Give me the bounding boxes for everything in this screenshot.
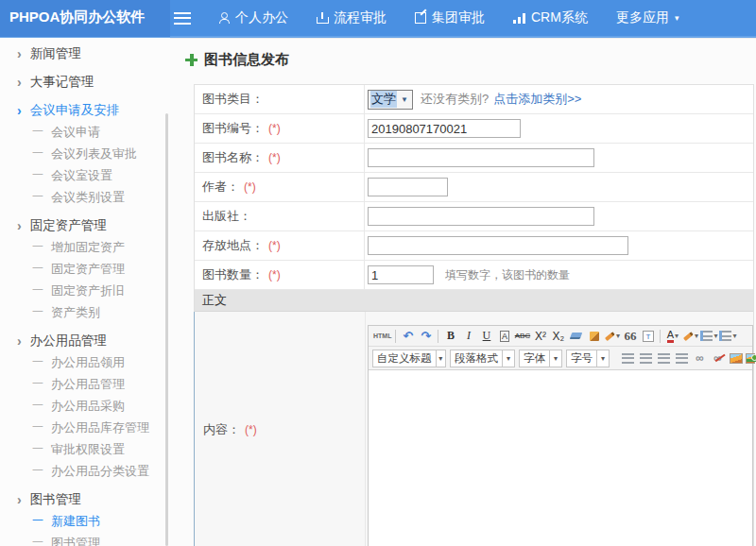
menu-toggle-icon[interactable]: [174, 12, 191, 25]
sidebar-item-label: 图书管理: [51, 535, 100, 546]
sidebar-item-supplies-claim[interactable]: 一 办公用品领用: [0, 351, 170, 373]
sidebar-item-label: 固定资产折旧: [51, 282, 125, 299]
sidebar-item-asset-manage[interactable]: 一 固定资产管理: [0, 258, 170, 280]
html-source-button[interactable]: HTML: [373, 328, 391, 345]
font-family-select[interactable]: 字体 ▾: [519, 350, 562, 367]
nav-more-apps[interactable]: 更多应用 ▾: [602, 0, 694, 37]
dash-icon: 一: [32, 261, 43, 277]
bold-button[interactable]: B: [442, 328, 458, 345]
font-border-button[interactable]: A: [496, 328, 512, 345]
italic-button[interactable]: I: [460, 328, 476, 345]
sidebar-item-new-book[interactable]: 一 新建图书: [0, 510, 170, 532]
underline-button[interactable]: U: [478, 328, 494, 345]
sidebar-item-asset-category[interactable]: 一 资产类别: [0, 301, 170, 323]
book-category-select[interactable]: 文学 ▼: [368, 90, 413, 110]
justify-icon: [676, 353, 688, 364]
subscript-button[interactable]: X₂: [550, 328, 566, 345]
sidebar-item-label: 新建图书: [51, 513, 100, 530]
ordered-list-button[interactable]: ▾: [700, 328, 717, 345]
nav-group-approval[interactable]: 集团审批: [401, 0, 499, 37]
nav-personal-office[interactable]: 个人办公: [204, 0, 302, 37]
sidebar-group-fixed-assets[interactable]: › 固定资产管理: [0, 214, 170, 236]
insert-image-button[interactable]: [746, 350, 756, 367]
sidebar-item-add-asset[interactable]: 一 增加固定资产: [0, 236, 170, 258]
book-name-input[interactable]: [368, 148, 594, 167]
sidebar-group-books[interactable]: › 图书管理: [0, 488, 170, 510]
font-size-select[interactable]: 字号 ▾: [566, 350, 610, 367]
sidebar-item-asset-depreciation[interactable]: 一 固定资产折旧: [0, 280, 170, 301]
paragraph-format-select[interactable]: 段落格式 ▾: [450, 350, 515, 367]
sidebar-item-meeting-room[interactable]: 一 会议室设置: [0, 164, 170, 186]
edit-square-icon: [415, 12, 426, 24]
eraser-button[interactable]: [568, 328, 584, 345]
undo-button[interactable]: ↶: [400, 328, 416, 345]
sidebar-item-supplies-classification[interactable]: 一 办公用品分类设置: [0, 460, 170, 482]
sidebar-item-label: 会议申请: [51, 124, 100, 141]
nav-label: CRM系统: [531, 9, 588, 26]
align-left-button[interactable]: [620, 350, 636, 367]
sidebar-group-office-supplies[interactable]: › 办公用品管理: [0, 330, 170, 351]
format-painter-icon: [605, 331, 615, 340]
form-row-location: 存放地点： (*): [195, 231, 753, 261]
justify-button[interactable]: [674, 350, 690, 367]
required-mark: (*): [268, 268, 281, 282]
sidebar-group-meeting[interactable]: › 会议申请及安排: [0, 99, 170, 121]
editor-toolbar-row1: HTML ↶ ↷ B I U A ABC X² X₂ ▾: [369, 326, 752, 347]
select-caret-icon: ▾: [436, 350, 446, 367]
select-caret-icon: ▼: [401, 95, 408, 104]
chevron-down-icon: ▾: [675, 13, 679, 23]
sidebar-item-label: 会议列表及审批: [51, 145, 137, 162]
insert-link-button[interactable]: ∞: [692, 350, 708, 367]
sidebar-item-book-manage[interactable]: 一 图书管理: [0, 532, 170, 546]
format-painter-button[interactable]: ▾: [604, 328, 620, 345]
topbar: PHPOA协同办公软件 个人办公 流程审批 集团审批 CRM系统 更多应用 ▾: [0, 0, 756, 38]
sidebar-item-meeting-list[interactable]: 一 会议列表及审批: [0, 143, 170, 164]
blockquote-button[interactable]: 66: [622, 328, 638, 345]
sidebar-item-label: 会议室设置: [51, 167, 112, 184]
author-input[interactable]: [368, 178, 448, 196]
sidebar-item-meeting-apply[interactable]: 一 会议申请: [0, 121, 170, 143]
sidebar-item-approval-permission[interactable]: 一 审批权限设置: [0, 438, 170, 460]
align-center-button[interactable]: [638, 350, 654, 367]
align-right-button[interactable]: [656, 350, 672, 367]
quantity-input[interactable]: [368, 265, 434, 284]
sidebar-item-meeting-category[interactable]: 一 会议类别设置: [0, 186, 170, 208]
field-label: 图书名称： (*): [195, 144, 365, 172]
paste-text-button[interactable]: T: [640, 328, 656, 345]
publisher-input[interactable]: [368, 207, 594, 226]
nav-workflow-approval[interactable]: 流程审批: [302, 0, 401, 37]
ordered-list-icon: [700, 331, 713, 341]
storage-location-input[interactable]: [368, 236, 628, 255]
clear-format-button[interactable]: [586, 328, 602, 345]
custom-title-select[interactable]: 自定义标题 ▾: [372, 350, 446, 367]
sidebar-item-supplies-purchase[interactable]: 一 办公用品采购: [0, 395, 170, 417]
image-button[interactable]: [728, 350, 744, 367]
dash-icon: 一: [32, 304, 43, 320]
unordered-list-button[interactable]: ▾: [719, 328, 736, 345]
sidebar-item-supplies-inventory[interactable]: 一 办公用品库存管理: [0, 417, 170, 438]
superscript-button[interactable]: X²: [532, 328, 548, 345]
field-label: 图书类目：: [195, 85, 365, 113]
font-color-button[interactable]: A▾: [664, 328, 680, 345]
quantity-hint: 填写数字，该图书的数量: [445, 267, 570, 283]
align-right-icon: [658, 353, 670, 364]
remove-link-button[interactable]: ∞: [710, 350, 726, 367]
strikethrough-button[interactable]: ABC: [514, 328, 530, 345]
nav-crm-system[interactable]: CRM系统: [499, 0, 602, 37]
chevron-right-icon: ›: [17, 492, 22, 507]
add-category-link[interactable]: 点击添加类别>>: [493, 91, 581, 108]
sidebar-group-label: 固定资产管理: [30, 217, 107, 234]
redo-button[interactable]: ↷: [418, 328, 434, 345]
dash-icon: 一: [32, 124, 43, 140]
image-icon: [730, 353, 743, 364]
sidebar-group-news[interactable]: › 新闻管理: [0, 43, 170, 64]
chevron-right-icon: ›: [17, 333, 22, 349]
sidebar-item-supplies-manage[interactable]: 一 办公用品管理: [0, 373, 170, 395]
required-mark: (*): [268, 122, 281, 135]
app-logo: PHPOA协同办公软件: [0, 0, 170, 37]
sidebar-scrollbar[interactable]: [165, 113, 168, 546]
editor-content-area[interactable]: [369, 370, 752, 546]
book-number-input[interactable]: [368, 119, 521, 138]
highlight-button[interactable]: ▾: [682, 328, 698, 345]
sidebar-group-memorabilia[interactable]: › 大事记管理: [0, 71, 170, 93]
